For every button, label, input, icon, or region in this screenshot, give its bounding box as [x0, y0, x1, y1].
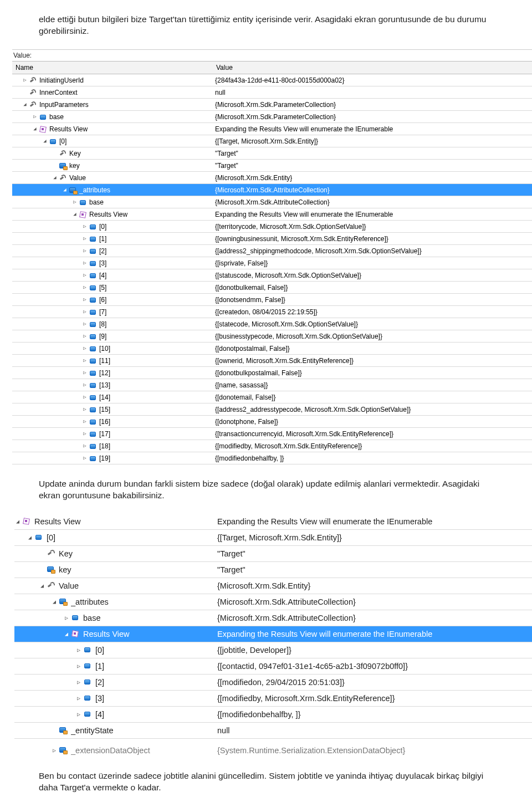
watch-row[interactable]: _entityStatenull [14, 723, 532, 739]
expand-toggle[interactable]: ▷ [82, 370, 88, 375]
field-icon [89, 284, 96, 292]
watch-row[interactable]: ▷[4]{[statuscode, Microsoft.Xrm.Sdk.Opti… [12, 269, 532, 282]
watch-row[interactable]: ▷[19]{[modifiedonbehalfby, ]} [12, 452, 532, 464]
expand-toggle[interactable]: ▷ [82, 309, 88, 314]
watch-row[interactable]: ▷[5]{[donotbulkemail, False]} [12, 282, 532, 294]
watch-row[interactable]: ▷_extensionDataObject{System.Runtime.Ser… [14, 739, 532, 757]
col-header-value[interactable]: Value [213, 62, 532, 74]
watch-row[interactable]: ▷[13]{[name, sasassa]} [12, 379, 532, 391]
expand-toggle[interactable]: ▷ [22, 78, 28, 83]
watch-row[interactable]: ◢Value{Microsoft.Xrm.Sdk.Entity} [14, 578, 532, 594]
expand-toggle[interactable]: ◢ [52, 175, 58, 180]
watch-row[interactable]: Key"Target" [14, 546, 532, 562]
expand-toggle[interactable]: ▷ [82, 334, 88, 339]
watch-row[interactable]: ▷[0]{[jobtitle, Developer]} [14, 642, 532, 658]
expand-toggle[interactable]: ▷ [82, 224, 88, 229]
watch-row[interactable]: ▷[1]{[contactid, 0947ef01-31e1-4c65-a2b1… [14, 658, 532, 675]
watch-row[interactable]: key"Target" [14, 562, 532, 578]
watch-row[interactable]: ▷[4]{[modifiedonbehalfby, ]} [14, 707, 532, 723]
rview-icon [71, 630, 80, 638]
expand-toggle[interactable]: ▷ [82, 395, 88, 400]
expand-toggle[interactable]: ▷ [75, 647, 82, 653]
watch-row[interactable]: ▷[17]{[transactioncurrencyid, Microsoft.… [12, 428, 532, 440]
expand-toggle[interactable]: ▷ [82, 382, 88, 387]
watch-row[interactable]: ▷InitiatingUserId{284fa43a-12dd-e411-80c… [12, 74, 532, 86]
watch-row[interactable]: ▷base{Microsoft.Xrm.Sdk.AttributeCollect… [14, 610, 532, 626]
watch-row[interactable]: ◢_attributes{Microsoft.Xrm.Sdk.Attribute… [12, 184, 532, 196]
watch-row[interactable]: ▷[7]{[createdon, 08/04/2015 22:19:55]} [12, 306, 532, 318]
expand-toggle[interactable]: ▷ [82, 346, 88, 351]
watch-row[interactable]: ▷[14]{[donotemail, False]} [12, 391, 532, 403]
expand-toggle[interactable]: ▷ [75, 663, 82, 669]
watch-row[interactable]: ▷[1]{[owningbusinessunit, Microsoft.Xrm.… [12, 233, 532, 245]
expand-toggle[interactable]: ▷ [63, 615, 70, 621]
watch-row[interactable]: ▷[8]{[statecode, Microsoft.Xrm.Sdk.Optio… [12, 318, 532, 330]
watch-row[interactable]: ▷[16]{[donotphone, False]} [12, 416, 532, 428]
expand-toggle[interactable]: ▷ [75, 696, 82, 701]
watch-row[interactable]: ▷[3]{[modifiedby, Microsoft.Xrm.Sdk.Enti… [14, 691, 532, 707]
expand-toggle[interactable]: ◢ [39, 583, 45, 589]
watch-row[interactable]: ▷[0]{[territorycode, Microsoft.Xrm.Sdk.O… [12, 221, 532, 233]
watch-row[interactable]: ▷[15]{[address2_addresstypecode, Microso… [12, 403, 532, 416]
expand-toggle[interactable]: ▷ [82, 358, 88, 363]
watch-row[interactable]: ◢[0]{[Target, Microsoft.Xrm.Sdk.Entity]} [12, 135, 532, 147]
expand-toggle[interactable]: ◢ [63, 631, 70, 637]
expand-toggle[interactable]: ▷ [82, 260, 88, 265]
watch-row[interactable]: ◢Results ViewExpanding the Results View … [12, 208, 532, 221]
row-value: "Target" [213, 160, 532, 171]
watch-row[interactable]: ▷[10]{[donotpostalmail, False]} [12, 343, 532, 355]
watch-row[interactable]: ▷[3]{[isprivate, False]} [12, 257, 532, 269]
watch-row[interactable]: ◢Results ViewExpanding the Results View … [12, 123, 532, 135]
watch-row[interactable]: ▷[2]{[address2_shippingmethodcode, Micro… [12, 245, 532, 257]
watch-row[interactable]: ▷base{Microsoft.Xrm.Sdk.ParameterCollect… [12, 111, 532, 123]
expand-toggle[interactable]: ▷ [82, 407, 88, 412]
row-name: [7] [99, 308, 106, 316]
watch-row[interactable]: ▷[9]{[businesstypecode, Microsoft.Xrm.Sd… [12, 330, 532, 343]
expand-toggle[interactable]: ▷ [82, 285, 88, 290]
expand-toggle[interactable]: ▷ [51, 748, 58, 753]
expand-toggle[interactable]: ▷ [82, 431, 88, 436]
expand-toggle[interactable]: ▷ [82, 419, 88, 424]
watch-row[interactable]: ▷[6]{[donotsendmm, False]} [12, 294, 532, 306]
expand-toggle[interactable]: ▷ [82, 236, 88, 241]
watch-row[interactable]: Key"Target" [12, 147, 532, 160]
expand-toggle[interactable]: ◢ [72, 212, 78, 217]
expand-toggle[interactable]: ◢ [14, 519, 21, 524]
expand-toggle[interactable]: ▷ [75, 712, 82, 717]
expand-toggle[interactable]: ◢ [22, 102, 28, 107]
watch-row[interactable]: ▷[12]{[donotbulkpostalmail, False]} [12, 367, 532, 379]
watch-row[interactable]: ◢InputParameters{Microsoft.Xrm.Sdk.Param… [12, 99, 532, 111]
paragraph-body-3: Ben bu contact üzerinde sadece jobtitle … [0, 765, 532, 797]
expand-toggle[interactable]: ▷ [82, 443, 88, 448]
expand-toggle[interactable]: ◢ [51, 599, 58, 605]
col-header-name[interactable]: Name [12, 62, 213, 74]
expand-toggle[interactable]: ◢ [27, 535, 33, 540]
watch-row[interactable]: ◢Results ViewExpanding the Results View … [14, 626, 532, 642]
watch-row[interactable]: ▷[2]{[modifiedon, 29/04/2015 20:51:03]} [14, 675, 532, 691]
watch-row[interactable]: InnerContextnull [12, 86, 532, 99]
row-value: {[address2_shippingmethodcode, Microsoft… [213, 245, 532, 257]
prop-icon [59, 726, 68, 735]
expand-toggle[interactable]: ◢ [62, 187, 68, 192]
expand-toggle[interactable]: ▷ [82, 321, 88, 326]
watch-row[interactable]: ▷[18]{[modifiedby, Microsoft.Xrm.Sdk.Ent… [12, 440, 532, 452]
row-name: [0] [59, 137, 66, 145]
watch-row[interactable]: ◢[0]{[Target, Microsoft.Xrm.Sdk.Entity]} [14, 530, 532, 546]
field-icon [83, 710, 92, 719]
expand-toggle[interactable]: ▷ [82, 456, 88, 461]
expand-toggle[interactable]: ▷ [75, 680, 82, 685]
expand-toggle[interactable]: ▷ [82, 297, 88, 302]
row-value: {[businesstypecode, Microsoft.Xrm.Sdk.Op… [213, 330, 532, 342]
watch-row[interactable]: ▷base{Microsoft.Xrm.Sdk.AttributeCollect… [12, 196, 532, 208]
watch-row[interactable]: ◢_attributes{Microsoft.Xrm.Sdk.Attribute… [14, 594, 532, 610]
expand-toggle[interactable]: ◢ [42, 139, 48, 144]
expand-toggle[interactable]: ▷ [82, 248, 88, 253]
watch-row[interactable]: ◢Value{Microsoft.Xrm.Sdk.Entity} [12, 172, 532, 184]
expand-toggle[interactable]: ▷ [82, 273, 88, 278]
watch-row[interactable]: key"Target" [12, 160, 532, 172]
expand-toggle[interactable]: ▷ [72, 200, 78, 205]
watch-row[interactable]: ▷[11]{[ownerid, Microsoft.Xrm.Sdk.Entity… [12, 355, 532, 367]
watch-row[interactable]: ◢Results ViewExpanding the Results View … [14, 514, 532, 530]
expand-toggle[interactable]: ▷ [32, 114, 38, 119]
expand-toggle[interactable]: ◢ [32, 126, 38, 131]
